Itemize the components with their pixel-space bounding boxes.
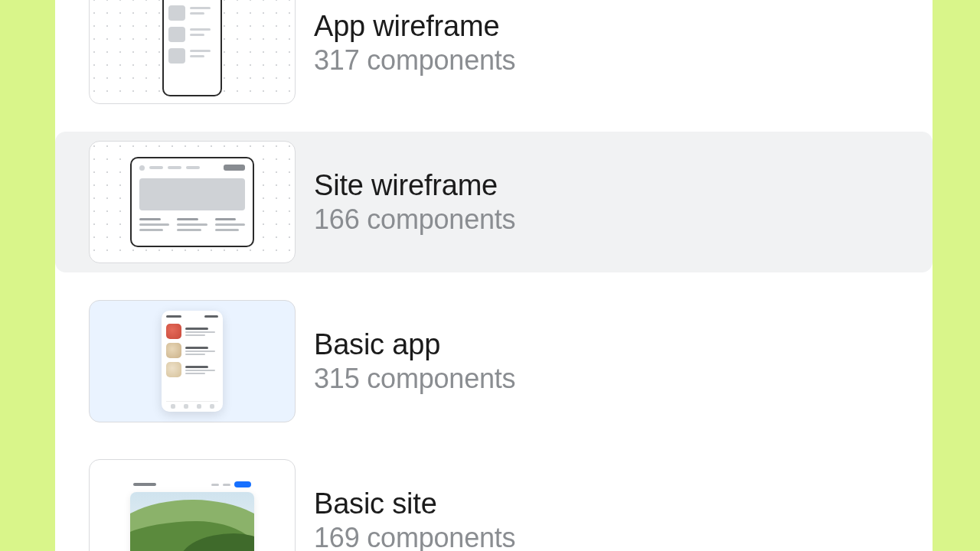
template-thumb-app-wireframe — [89, 0, 296, 104]
template-subtitle: 315 components — [314, 363, 515, 395]
template-text: App wireframe 317 components — [314, 10, 515, 77]
phone-wireframe-icon — [162, 0, 222, 96]
template-subtitle: 169 components — [314, 522, 515, 552]
template-thumb-basic-app — [89, 300, 296, 422]
template-item-basic-app[interactable]: Basic app 315 components — [72, 291, 916, 432]
template-subtitle: 166 components — [314, 204, 515, 236]
template-item-site-wireframe[interactable]: Site wireframe 166 components — [55, 132, 933, 272]
template-title: Basic site — [314, 487, 515, 520]
template-text: Site wireframe 166 components — [314, 169, 515, 236]
template-item-app-wireframe[interactable]: App wireframe 317 components — [72, 0, 916, 113]
template-text: Basic app 315 components — [314, 328, 515, 395]
site-mockup-icon — [130, 481, 254, 551]
template-thumb-basic-site — [89, 459, 296, 551]
phone-mockup-icon — [162, 311, 223, 412]
template-thumb-site-wireframe — [89, 141, 296, 263]
template-list: App wireframe 317 components Site wiref — [55, 0, 933, 551]
template-title: App wireframe — [314, 10, 515, 43]
template-subtitle: 317 components — [314, 44, 515, 77]
template-title: Basic app — [314, 328, 515, 361]
browser-wireframe-icon — [130, 157, 254, 247]
template-text: Basic site 169 components — [314, 487, 515, 552]
template-panel: App wireframe 317 components Site wiref — [55, 0, 933, 551]
template-item-basic-site[interactable]: Basic site 169 components — [72, 450, 916, 551]
template-title: Site wireframe — [314, 169, 515, 202]
